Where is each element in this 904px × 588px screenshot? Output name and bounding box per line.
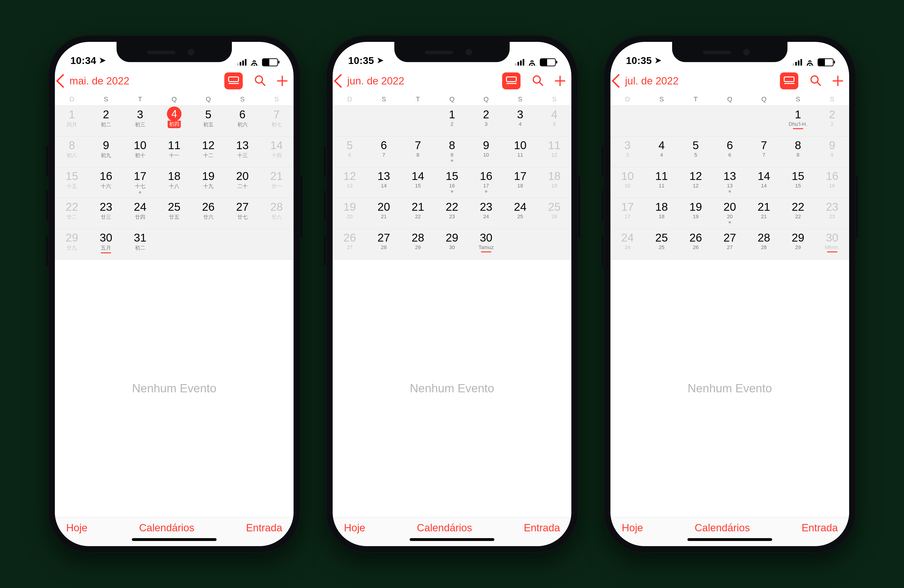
day-cell[interactable]: 1213: [333, 167, 367, 198]
day-cell[interactable]: 30Mhrm.: [815, 229, 849, 259]
search-button[interactable]: [254, 74, 266, 87]
day-cell[interactable]: 22廿二: [55, 198, 89, 229]
day-cell[interactable]: 30五月: [89, 229, 123, 259]
day-cell[interactable]: 2121: [747, 198, 781, 229]
day-cell[interactable]: 2929: [781, 229, 815, 259]
day-cell[interactable]: 2020: [713, 198, 747, 229]
day-cell[interactable]: 66: [713, 136, 747, 167]
day-cell[interactable]: 1819: [537, 167, 571, 198]
day-cell[interactable]: 89: [435, 136, 469, 167]
day-cell[interactable]: 1414: [747, 167, 781, 198]
day-cell[interactable]: 1516: [435, 167, 469, 198]
today-button[interactable]: Hoje: [344, 522, 365, 534]
day-cell[interactable]: 56: [333, 136, 367, 167]
day-cell[interactable]: 11十一: [157, 136, 191, 167]
day-cell[interactable]: 44: [645, 136, 679, 167]
day-cell[interactable]: 1四月: [55, 106, 89, 136]
day-cell[interactable]: 77: [747, 136, 781, 167]
day-cell[interactable]: 19十九: [191, 167, 225, 198]
day-cell[interactable]: 2526: [537, 198, 571, 229]
day-cell[interactable]: 1818: [645, 198, 679, 229]
day-cell[interactable]: 1515: [781, 167, 815, 198]
day-cell[interactable]: 7初七: [259, 106, 294, 136]
day-cell[interactable]: 17十七: [123, 167, 157, 198]
day-cell[interactable]: 1313: [713, 167, 747, 198]
day-cell[interactable]: 5初五: [191, 106, 225, 136]
back-button[interactable]: jul. de 2022: [614, 75, 679, 87]
day-cell[interactable]: 2324: [469, 198, 503, 229]
day-cell[interactable]: 8初八: [55, 136, 89, 167]
inbox-button[interactable]: Entrada: [246, 522, 282, 534]
day-cell[interactable]: 67: [367, 136, 401, 167]
day-cell[interactable]: 1111: [645, 167, 679, 198]
calendars-button[interactable]: Calendários: [695, 522, 750, 534]
back-button[interactable]: mai. de 2022: [58, 75, 129, 87]
day-cell[interactable]: 2初二: [89, 106, 123, 136]
day-cell[interactable]: 15十五: [55, 167, 89, 198]
day-cell[interactable]: 10初十: [123, 136, 157, 167]
day-cell[interactable]: 2021: [367, 198, 401, 229]
day-cell[interactable]: 34: [503, 106, 537, 136]
day-cell[interactable]: 910: [469, 136, 503, 167]
list-view-button[interactable]: [780, 73, 798, 89]
day-cell[interactable]: 14十四: [259, 136, 294, 167]
today-button[interactable]: Hoje: [66, 522, 88, 534]
day-cell[interactable]: 45: [537, 106, 571, 136]
day-cell[interactable]: 26廿六: [191, 198, 225, 229]
day-cell[interactable]: 1112: [537, 136, 571, 167]
day-cell[interactable]: 99: [815, 136, 849, 167]
day-cell[interactable]: 2525: [645, 229, 679, 259]
day-cell[interactable]: 1920: [333, 198, 367, 229]
list-view-button[interactable]: [224, 73, 243, 89]
day-cell[interactable]: 1415: [401, 167, 435, 198]
day-cell[interactable]: 2728: [367, 229, 401, 259]
day-cell[interactable]: 2930: [435, 229, 469, 259]
day-cell[interactable]: 1717: [610, 198, 645, 229]
today-button[interactable]: Hoje: [622, 522, 643, 534]
day-cell[interactable]: 27廿七: [225, 198, 259, 229]
back-button[interactable]: jun. de 2022: [336, 75, 404, 87]
day-cell[interactable]: 30Tamuz: [469, 229, 503, 259]
day-cell[interactable]: 1011: [503, 136, 537, 167]
home-indicator[interactable]: [132, 538, 217, 541]
day-cell[interactable]: 33: [610, 136, 645, 167]
day-cell[interactable]: 31初二: [123, 229, 157, 259]
search-button[interactable]: [809, 74, 821, 87]
day-cell[interactable]: 78: [401, 136, 435, 167]
day-cell[interactable]: 88: [781, 136, 815, 167]
day-cell[interactable]: 12: [435, 106, 469, 136]
home-indicator[interactable]: [409, 538, 495, 541]
day-cell[interactable]: 1212: [679, 167, 713, 198]
day-cell[interactable]: 28廿八: [259, 198, 294, 229]
day-cell[interactable]: 9初九: [89, 136, 123, 167]
search-button[interactable]: [532, 74, 544, 87]
day-cell[interactable]: 1919: [679, 198, 713, 229]
add-event-button[interactable]: [833, 76, 843, 86]
day-cell[interactable]: 2425: [503, 198, 537, 229]
day-cell[interactable]: 25廿五: [157, 198, 191, 229]
add-event-button[interactable]: [277, 76, 288, 86]
day-cell[interactable]: 22: [815, 106, 849, 136]
day-cell[interactable]: 12十二: [191, 136, 225, 167]
home-indicator[interactable]: [687, 538, 772, 541]
calendars-button[interactable]: Calendários: [139, 522, 194, 534]
day-cell[interactable]: 24廿四: [123, 198, 157, 229]
day-cell[interactable]: 1617: [469, 167, 503, 198]
day-cell[interactable]: 13十三: [225, 136, 259, 167]
day-cell[interactable]: 2626: [679, 229, 713, 259]
day-cell[interactable]: 6初六: [225, 106, 259, 136]
day-cell[interactable]: 4初四: [157, 106, 191, 136]
day-cell[interactable]: 1010: [610, 167, 645, 198]
day-cell[interactable]: 2223: [435, 198, 469, 229]
day-cell[interactable]: 3初三: [123, 106, 157, 136]
day-cell[interactable]: 16十六: [89, 167, 123, 198]
day-cell[interactable]: 1314: [367, 167, 401, 198]
day-cell[interactable]: 23: [469, 106, 503, 136]
day-cell[interactable]: 20二十: [225, 167, 259, 198]
list-view-button[interactable]: [502, 73, 520, 89]
add-event-button[interactable]: [555, 76, 565, 86]
day-cell[interactable]: 1718: [503, 167, 537, 198]
day-cell[interactable]: 2627: [333, 229, 367, 259]
day-cell[interactable]: 23廿三: [89, 198, 123, 229]
day-cell[interactable]: 1Dhu'l-H.: [781, 106, 815, 136]
